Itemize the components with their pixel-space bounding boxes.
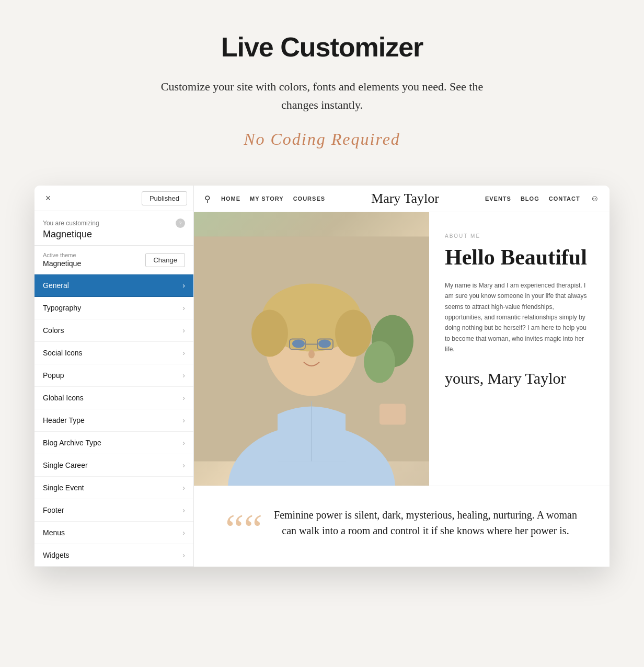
- hero-text-section: ABOUT ME Hello Beautiful My name is Mary…: [429, 212, 610, 486]
- sidebar-item-social-icons[interactable]: Social Icons›: [34, 342, 193, 364]
- quote-text: Feminine power is silent, dark, mysterio…: [273, 507, 578, 538]
- active-theme-info: Active theme Magnetique: [43, 252, 81, 268]
- active-theme-section: Active theme Magnetique Change: [34, 246, 193, 274]
- hero-signature: yours, Mary Taylor: [445, 370, 594, 387]
- hero-body-text: My name is Mary and I am experienced the…: [445, 280, 591, 355]
- sidebar-item-popup[interactable]: Popup›: [34, 364, 193, 387]
- mockup-container: × Published You are customizing ? Magnet…: [34, 186, 610, 567]
- customizing-label-row: You are customizing ?: [43, 218, 185, 228]
- active-theme-name: Magnetique: [43, 259, 81, 268]
- svg-rect-15: [380, 404, 406, 425]
- chevron-right-icon: ›: [182, 326, 185, 335]
- menu-item-label: Colors: [43, 326, 64, 335]
- menu-item-label: General: [43, 281, 69, 290]
- help-icon[interactable]: ?: [176, 218, 185, 228]
- page-subtitle: Customize your site with colors, fonts a…: [150, 77, 494, 114]
- chevron-right-icon: ›: [182, 484, 185, 492]
- svg-point-14: [364, 341, 395, 383]
- customizing-section: You are customizing ? Magnetique: [34, 211, 193, 246]
- nav-link-courses[interactable]: COURSES: [293, 196, 325, 202]
- chevron-right-icon: ›: [182, 528, 185, 537]
- chevron-right-icon: ›: [182, 439, 185, 447]
- change-theme-button[interactable]: Change: [145, 253, 185, 267]
- sidebar-item-blog-archive-type[interactable]: Blog Archive Type›: [34, 432, 193, 454]
- preview-content: ABOUT ME Hello Beautiful My name is Mary…: [194, 212, 610, 486]
- hero-heading: Hello Beautiful: [445, 244, 594, 270]
- menu-item-label: Popup: [43, 371, 64, 380]
- sidebar-item-menus[interactable]: Menus›: [34, 522, 193, 544]
- sidebar-item-widgets[interactable]: Widgets›: [34, 544, 193, 567]
- menu-item-label: Single Event: [43, 484, 84, 492]
- chevron-right-icon: ›: [182, 349, 185, 357]
- chevron-right-icon: ›: [182, 281, 185, 290]
- svg-point-6: [292, 340, 305, 348]
- sidebar-item-global-icons[interactable]: Global Icons›: [34, 387, 193, 409]
- menu-item-label: Global Icons: [43, 394, 84, 402]
- menu-item-label: Typography: [43, 304, 81, 312]
- nav-link-events[interactable]: EVENTS: [485, 196, 511, 202]
- menu-item-label: Blog Archive Type: [43, 439, 101, 447]
- customizer-sidebar: × Published You are customizing ? Magnet…: [34, 186, 194, 567]
- chevron-right-icon: ›: [182, 551, 185, 559]
- nav-links-right: EVENTSBLOGCONTACT: [485, 196, 580, 202]
- menu-list: General›Typography›Colors›Social Icons›P…: [34, 274, 193, 567]
- menu-item-label: Widgets: [43, 551, 70, 559]
- chevron-right-icon: ›: [182, 461, 185, 469]
- nav-link-my-story[interactable]: MY STORY: [250, 196, 284, 202]
- svg-point-4: [251, 310, 288, 357]
- preview-pane: ⚲ HOMEMY STORYCOURSES Mary Taylor EVENTS…: [194, 186, 610, 567]
- active-theme-label: Active theme: [43, 252, 81, 258]
- page-header: Live Customizer Customize your site with…: [0, 0, 644, 186]
- hero-person-illustration: [194, 212, 429, 486]
- page-title: Live Customizer: [10, 31, 634, 63]
- site-name-label: Magnetique: [43, 229, 185, 240]
- hero-image: [194, 212, 429, 486]
- nav-link-home[interactable]: HOME: [221, 196, 240, 202]
- search-icon[interactable]: ⚲: [204, 194, 211, 204]
- sidebar-item-general[interactable]: General›: [34, 274, 193, 297]
- menu-item-label: Social Icons: [43, 349, 82, 357]
- chevron-right-icon: ›: [182, 506, 185, 514]
- nav-links-left: HOMEMY STORYCOURSES: [221, 196, 325, 202]
- sidebar-item-single-event[interactable]: Single Event›: [34, 477, 193, 499]
- sidebar-item-single-career[interactable]: Single Career›: [34, 454, 193, 477]
- menu-item-label: Single Career: [43, 461, 88, 469]
- sidebar-item-colors[interactable]: Colors›: [34, 319, 193, 342]
- published-button[interactable]: Published: [142, 191, 187, 205]
- sidebar-item-header-type[interactable]: Header Type›: [34, 409, 193, 432]
- sidebar-item-footer[interactable]: Footer›: [34, 499, 193, 522]
- nav-link-contact[interactable]: CONTACT: [549, 196, 580, 202]
- user-icon[interactable]: ☺: [591, 194, 599, 203]
- menu-item-label: Footer: [43, 506, 64, 514]
- svg-point-5: [335, 310, 372, 357]
- preview-nav: ⚲ HOMEMY STORYCOURSES Mary Taylor EVENTS…: [194, 186, 610, 212]
- nav-brand: Mary Taylor: [336, 191, 475, 206]
- nav-link-blog[interactable]: BLOG: [521, 196, 539, 202]
- svg-point-11: [308, 350, 315, 359]
- you-are-customizing-label: You are customizing: [43, 220, 99, 227]
- menu-item-label: Menus: [43, 528, 65, 537]
- chevron-right-icon: ›: [182, 371, 185, 380]
- no-coding-label: No Coding Required: [10, 130, 634, 149]
- quote-mark-icon: ““: [225, 512, 262, 546]
- close-button[interactable]: ×: [41, 191, 55, 205]
- sidebar-top-bar: × Published: [34, 186, 193, 211]
- chevron-right-icon: ›: [182, 416, 185, 424]
- svg-point-7: [318, 340, 331, 348]
- quote-section: ““ Feminine power is silent, dark, myste…: [194, 486, 610, 567]
- menu-item-label: Header Type: [43, 416, 85, 424]
- mockup-wrapper: × Published You are customizing ? Magnet…: [34, 186, 610, 567]
- chevron-right-icon: ›: [182, 394, 185, 402]
- sidebar-item-typography[interactable]: Typography›: [34, 297, 193, 319]
- chevron-right-icon: ›: [182, 304, 185, 312]
- about-label: ABOUT ME: [445, 233, 594, 239]
